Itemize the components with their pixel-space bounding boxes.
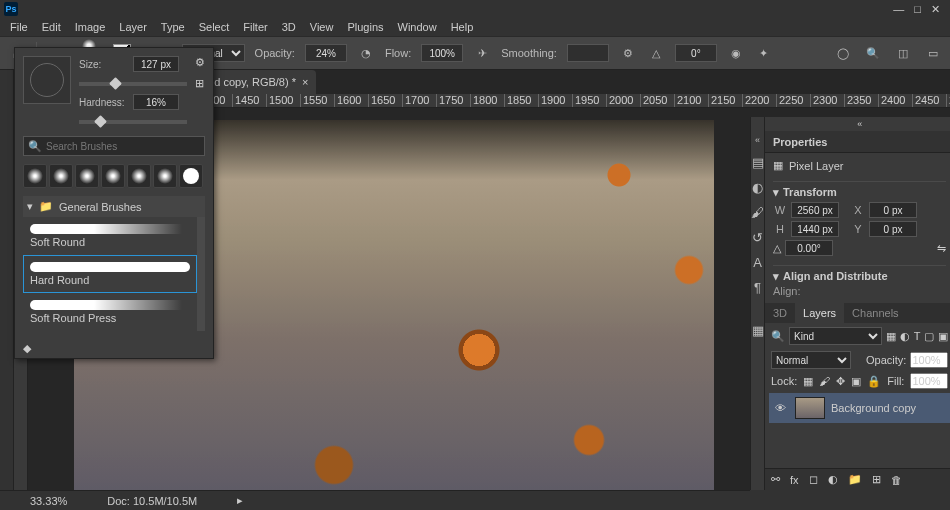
gear-icon[interactable]: ⚙ — [619, 44, 637, 62]
flow-input[interactable] — [421, 44, 463, 62]
smoothing-input[interactable] — [567, 44, 609, 62]
brush-item-soft-round-press[interactable]: Soft Round Press — [23, 293, 197, 331]
brush-thumb[interactable] — [101, 164, 125, 188]
pixel-layer-icon: ▦ — [773, 159, 783, 172]
layer-opacity-input[interactable] — [910, 352, 948, 368]
menu-image[interactable]: Image — [75, 21, 106, 33]
angle-input[interactable] — [675, 44, 717, 62]
menu-window[interactable]: Window — [398, 21, 437, 33]
arrange-icon[interactable]: ◫ — [894, 44, 912, 62]
new-preset-icon[interactable]: ⊞ — [195, 77, 205, 90]
menu-help[interactable]: Help — [451, 21, 474, 33]
swatches-panel-icon[interactable]: ▦ — [752, 323, 764, 338]
fx-icon[interactable]: fx — [790, 474, 799, 486]
brush-folder-header[interactable]: ▾ 📁 General Brushes — [23, 196, 205, 217]
layers-panel-icon[interactable]: ▤ — [752, 155, 764, 170]
collapse-icon[interactable]: « — [755, 135, 760, 145]
zoom-level[interactable]: 33.33% — [30, 495, 67, 507]
character-panel-icon[interactable]: A — [753, 255, 762, 270]
brush-thumb[interactable] — [75, 164, 99, 188]
lock-all-icon[interactable]: 🔒 — [867, 375, 881, 388]
brush-thumb[interactable] — [179, 164, 203, 188]
close-tab-icon[interactable]: × — [302, 76, 308, 88]
lock-transparency-icon[interactable]: ▦ — [803, 375, 813, 388]
brush-thumb[interactable] — [127, 164, 151, 188]
y-input[interactable] — [869, 221, 917, 237]
trash-icon[interactable]: 🗑 — [891, 474, 902, 486]
layer-thumbnail[interactable] — [795, 397, 825, 419]
filter-type-icon[interactable]: T — [914, 330, 921, 342]
lock-artboard-icon[interactable]: ▣ — [851, 375, 861, 388]
brush-item-soft-round[interactable]: Soft Round — [23, 217, 197, 255]
brush-search[interactable]: 🔍 — [23, 136, 205, 156]
search-input[interactable] — [46, 141, 200, 152]
rotation-input[interactable] — [785, 240, 833, 256]
search-icon: 🔍 — [771, 330, 785, 343]
filter-kind-select[interactable]: Kind — [789, 327, 882, 345]
brush-panel-icon[interactable]: 🖌 — [751, 205, 764, 220]
layer-name-label[interactable]: Background copy — [831, 402, 916, 414]
doc-size[interactable]: Doc: 10.5M/10.5M — [107, 495, 197, 507]
x-input[interactable] — [869, 202, 917, 218]
menu-plugins[interactable]: Plugins — [347, 21, 383, 33]
search-icon[interactable]: 🔍 — [864, 44, 882, 62]
brush-thumb[interactable] — [153, 164, 177, 188]
mask-icon[interactable]: ◻ — [809, 473, 818, 486]
lock-position-icon[interactable]: ✥ — [836, 375, 845, 388]
ps-logo-icon: Ps — [4, 2, 18, 16]
airbrush-icon[interactable]: ✈ — [473, 44, 491, 62]
settings-gear-icon[interactable]: ⚙ — [195, 56, 205, 69]
fill-input[interactable] — [910, 373, 948, 389]
menu-file[interactable]: File — [10, 21, 28, 33]
group-icon[interactable]: 📁 — [848, 473, 862, 486]
maximize-button[interactable]: □ — [914, 3, 921, 16]
pressure-size-icon[interactable]: ◉ — [727, 44, 745, 62]
filter-shape-icon[interactable]: ▢ — [924, 330, 934, 343]
menu-edit[interactable]: Edit — [42, 21, 61, 33]
minimize-button[interactable]: — — [893, 3, 904, 16]
menu-3d[interactable]: 3D — [282, 21, 296, 33]
symmetry-icon[interactable]: ✦ — [755, 44, 773, 62]
height-input[interactable] — [791, 221, 839, 237]
brush-item-hard-round[interactable]: Hard Round — [23, 255, 197, 293]
menu-select[interactable]: Select — [199, 21, 230, 33]
brush-thumb[interactable] — [49, 164, 73, 188]
filter-smart-icon[interactable]: ▣ — [938, 330, 948, 343]
layer-row[interactable]: 👁 Background copy — [769, 393, 950, 423]
tab-channels[interactable]: Channels — [844, 303, 906, 323]
history-panel-icon[interactable]: ↺ — [752, 230, 763, 245]
width-input[interactable] — [791, 202, 839, 218]
transform-section-label[interactable]: Transform — [783, 186, 837, 198]
angle-icon[interactable]: △ — [647, 44, 665, 62]
menu-view[interactable]: View — [310, 21, 334, 33]
adjustment-layer-icon[interactable]: ◐ — [828, 473, 838, 486]
tab-3d[interactable]: 3D — [765, 303, 795, 323]
menu-type[interactable]: Type — [161, 21, 185, 33]
adjustments-panel-icon[interactable]: ◐ — [752, 180, 763, 195]
lock-pixels-icon[interactable]: 🖌 — [819, 375, 830, 387]
flip-h-icon[interactable]: ⇋ — [937, 242, 946, 255]
pressure-opacity-icon[interactable]: ◔ — [357, 44, 375, 62]
chevron-right-icon[interactable]: ▸ — [237, 494, 243, 507]
link-layers-icon[interactable]: ⚯ — [771, 473, 780, 486]
properties-header[interactable]: Properties — [765, 131, 950, 153]
blend-mode-select[interactable]: Normal — [771, 351, 851, 369]
cloud-icon[interactable]: ◯ — [834, 44, 852, 62]
resize-handle-icon[interactable]: ◆ — [23, 342, 31, 354]
paragraph-panel-icon[interactable]: ¶ — [754, 280, 761, 295]
visibility-icon[interactable]: 👁 — [775, 402, 789, 414]
new-layer-icon[interactable]: ⊞ — [872, 473, 881, 486]
filter-pixel-icon[interactable]: ▦ — [886, 330, 896, 343]
tab-layers[interactable]: Layers — [795, 303, 844, 323]
brush-thumb[interactable] — [23, 164, 47, 188]
workspace-icon[interactable]: ▭ — [924, 44, 942, 62]
hardness-input[interactable] — [133, 94, 179, 110]
menu-filter[interactable]: Filter — [243, 21, 267, 33]
filter-adjust-icon[interactable]: ◐ — [900, 330, 910, 343]
align-section-label[interactable]: Align and Distribute — [783, 270, 888, 282]
layers-footer: ⚯ fx ◻ ◐ 📁 ⊞ 🗑 — [765, 468, 950, 490]
menu-layer[interactable]: Layer — [119, 21, 147, 33]
size-input[interactable] — [133, 56, 179, 72]
close-button[interactable]: ✕ — [931, 3, 940, 16]
opacity-input[interactable] — [305, 44, 347, 62]
